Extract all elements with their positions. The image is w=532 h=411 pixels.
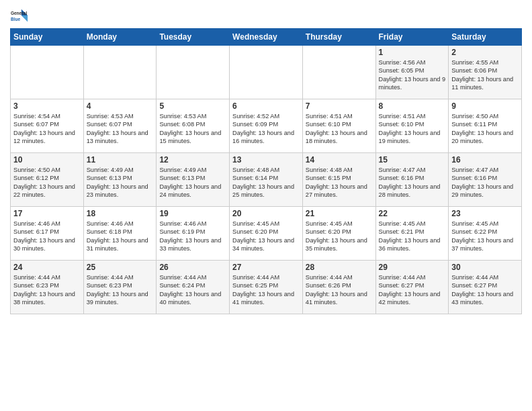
calendar-cell	[11, 46, 84, 99]
calendar-cell: 1Sunrise: 4:56 AM Sunset: 6:05 PM Daylig…	[375, 46, 449, 99]
day-header: Tuesday	[157, 29, 230, 46]
day-number: 19	[159, 209, 226, 218]
day-info: Sunrise: 4:56 AM Sunset: 6:05 PM Dayligh…	[379, 58, 446, 92]
day-header: Thursday	[302, 29, 375, 46]
day-info: Sunrise: 4:44 AM Sunset: 6:27 PM Dayligh…	[379, 273, 446, 307]
day-number: 27	[232, 263, 300, 272]
day-number: 10	[13, 155, 81, 165]
day-number: 30	[451, 263, 519, 272]
calendar-cell: 10Sunrise: 4:50 AM Sunset: 6:12 PM Dayli…	[11, 153, 84, 207]
day-number: 20	[232, 209, 300, 218]
svg-text:Blue: Blue	[11, 17, 20, 21]
calendar-table: SundayMondayTuesdayWednesdayThursdayFrid…	[10, 28, 522, 314]
day-info: Sunrise: 4:55 AM Sunset: 6:06 PM Dayligh…	[451, 58, 519, 92]
logo: General Blue	[10, 7, 29, 26]
day-number: 18	[87, 209, 154, 218]
day-number: 21	[306, 209, 373, 218]
calendar-cell: 22Sunrise: 4:45 AM Sunset: 6:21 PM Dayli…	[375, 207, 449, 261]
calendar-cell: 5Sunrise: 4:53 AM Sunset: 6:08 PM Daylig…	[157, 99, 230, 153]
day-number: 29	[379, 263, 446, 272]
calendar-cell	[83, 46, 157, 99]
day-header: Wednesday	[230, 29, 303, 46]
day-header: Monday	[83, 29, 157, 46]
day-info: Sunrise: 4:45 AM Sunset: 6:20 PM Dayligh…	[232, 220, 300, 253]
day-info: Sunrise: 4:51 AM Sunset: 6:10 PM Dayligh…	[306, 112, 373, 146]
day-number: 13	[232, 155, 300, 165]
calendar-week-row: 10Sunrise: 4:50 AM Sunset: 6:12 PM Dayli…	[11, 153, 522, 207]
day-number: 14	[306, 155, 373, 165]
day-number: 3	[13, 101, 81, 111]
day-number: 2	[451, 48, 519, 57]
day-info: Sunrise: 4:49 AM Sunset: 6:13 PM Dayligh…	[87, 166, 154, 199]
day-number: 4	[87, 101, 154, 111]
calendar-cell	[302, 46, 375, 99]
calendar-cell: 18Sunrise: 4:46 AM Sunset: 6:18 PM Dayli…	[83, 207, 157, 261]
calendar-cell: 2Sunrise: 4:55 AM Sunset: 6:06 PM Daylig…	[449, 46, 522, 99]
day-number: 28	[306, 263, 373, 272]
calendar-cell	[157, 46, 230, 99]
day-number: 25	[87, 263, 154, 272]
day-number: 9	[451, 101, 519, 111]
day-info: Sunrise: 4:46 AM Sunset: 6:18 PM Dayligh…	[87, 220, 154, 253]
calendar-cell: 9Sunrise: 4:50 AM Sunset: 6:11 PM Daylig…	[449, 99, 522, 153]
calendar-cell: 19Sunrise: 4:46 AM Sunset: 6:19 PM Dayli…	[157, 207, 230, 261]
calendar-cell: 13Sunrise: 4:48 AM Sunset: 6:14 PM Dayli…	[230, 153, 303, 207]
day-info: Sunrise: 4:44 AM Sunset: 6:26 PM Dayligh…	[306, 273, 373, 307]
calendar-cell: 27Sunrise: 4:44 AM Sunset: 6:25 PM Dayli…	[230, 261, 303, 314]
day-number: 22	[379, 209, 446, 218]
day-info: Sunrise: 4:45 AM Sunset: 6:20 PM Dayligh…	[306, 220, 373, 253]
day-info: Sunrise: 4:54 AM Sunset: 6:07 PM Dayligh…	[13, 112, 81, 146]
calendar-cell: 30Sunrise: 4:44 AM Sunset: 6:27 PM Dayli…	[449, 261, 522, 314]
day-number: 15	[379, 155, 446, 165]
calendar-cell: 8Sunrise: 4:51 AM Sunset: 6:10 PM Daylig…	[375, 99, 449, 153]
calendar-cell: 28Sunrise: 4:44 AM Sunset: 6:26 PM Dayli…	[302, 261, 375, 314]
day-number: 5	[159, 101, 226, 111]
day-info: Sunrise: 4:52 AM Sunset: 6:09 PM Dayligh…	[232, 112, 300, 146]
day-info: Sunrise: 4:48 AM Sunset: 6:15 PM Dayligh…	[306, 166, 373, 199]
day-number: 1	[379, 48, 446, 57]
calendar-cell: 20Sunrise: 4:45 AM Sunset: 6:20 PM Dayli…	[230, 207, 303, 261]
day-info: Sunrise: 4:50 AM Sunset: 6:11 PM Dayligh…	[451, 112, 519, 146]
calendar-cell: 17Sunrise: 4:46 AM Sunset: 6:17 PM Dayli…	[11, 207, 84, 261]
day-info: Sunrise: 4:44 AM Sunset: 6:23 PM Dayligh…	[87, 273, 154, 307]
calendar-cell: 16Sunrise: 4:47 AM Sunset: 6:16 PM Dayli…	[449, 153, 522, 207]
day-info: Sunrise: 4:45 AM Sunset: 6:21 PM Dayligh…	[379, 220, 446, 253]
day-info: Sunrise: 4:47 AM Sunset: 6:16 PM Dayligh…	[451, 166, 519, 199]
day-info: Sunrise: 4:53 AM Sunset: 6:07 PM Dayligh…	[87, 112, 154, 146]
calendar-cell: 21Sunrise: 4:45 AM Sunset: 6:20 PM Dayli…	[302, 207, 375, 261]
day-info: Sunrise: 4:44 AM Sunset: 6:24 PM Dayligh…	[159, 273, 226, 307]
calendar-week-row: 1Sunrise: 4:56 AM Sunset: 6:05 PM Daylig…	[11, 46, 522, 99]
calendar-cell: 24Sunrise: 4:44 AM Sunset: 6:23 PM Dayli…	[11, 261, 84, 314]
calendar-cell: 7Sunrise: 4:51 AM Sunset: 6:10 PM Daylig…	[302, 99, 375, 153]
calendar-cell: 6Sunrise: 4:52 AM Sunset: 6:09 PM Daylig…	[230, 99, 303, 153]
day-info: Sunrise: 4:46 AM Sunset: 6:19 PM Dayligh…	[159, 220, 226, 253]
day-info: Sunrise: 4:47 AM Sunset: 6:16 PM Dayligh…	[379, 166, 446, 199]
day-number: 7	[306, 101, 373, 111]
day-number: 16	[451, 155, 519, 165]
calendar-cell	[230, 46, 303, 99]
calendar-cell: 4Sunrise: 4:53 AM Sunset: 6:07 PM Daylig…	[83, 99, 157, 153]
header: General Blue	[10, 7, 522, 26]
day-info: Sunrise: 4:44 AM Sunset: 6:25 PM Dayligh…	[232, 273, 300, 307]
calendar-week-row: 24Sunrise: 4:44 AM Sunset: 6:23 PM Dayli…	[11, 261, 522, 314]
day-number: 12	[159, 155, 226, 165]
page-container: General Blue SundayMondayTuesdayWednesda…	[0, 0, 532, 318]
day-number: 17	[13, 209, 81, 218]
day-info: Sunrise: 4:45 AM Sunset: 6:22 PM Dayligh…	[451, 220, 519, 253]
day-header: Saturday	[449, 29, 522, 46]
day-number: 24	[13, 263, 81, 272]
svg-text:General: General	[11, 11, 27, 15]
day-number: 11	[87, 155, 154, 165]
calendar-week-row: 17Sunrise: 4:46 AM Sunset: 6:17 PM Dayli…	[11, 207, 522, 261]
calendar-cell: 25Sunrise: 4:44 AM Sunset: 6:23 PM Dayli…	[83, 261, 157, 314]
calendar-cell: 29Sunrise: 4:44 AM Sunset: 6:27 PM Dayli…	[375, 261, 449, 314]
day-info: Sunrise: 4:46 AM Sunset: 6:17 PM Dayligh…	[13, 220, 81, 253]
day-info: Sunrise: 4:44 AM Sunset: 6:27 PM Dayligh…	[451, 273, 519, 307]
day-info: Sunrise: 4:50 AM Sunset: 6:12 PM Dayligh…	[13, 166, 81, 199]
day-header: Friday	[375, 29, 449, 46]
day-number: 23	[451, 209, 519, 218]
calendar-cell: 26Sunrise: 4:44 AM Sunset: 6:24 PM Dayli…	[157, 261, 230, 314]
header-row: SundayMondayTuesdayWednesdayThursdayFrid…	[11, 29, 522, 46]
day-info: Sunrise: 4:44 AM Sunset: 6:23 PM Dayligh…	[13, 273, 81, 307]
calendar-week-row: 3Sunrise: 4:54 AM Sunset: 6:07 PM Daylig…	[11, 99, 522, 153]
